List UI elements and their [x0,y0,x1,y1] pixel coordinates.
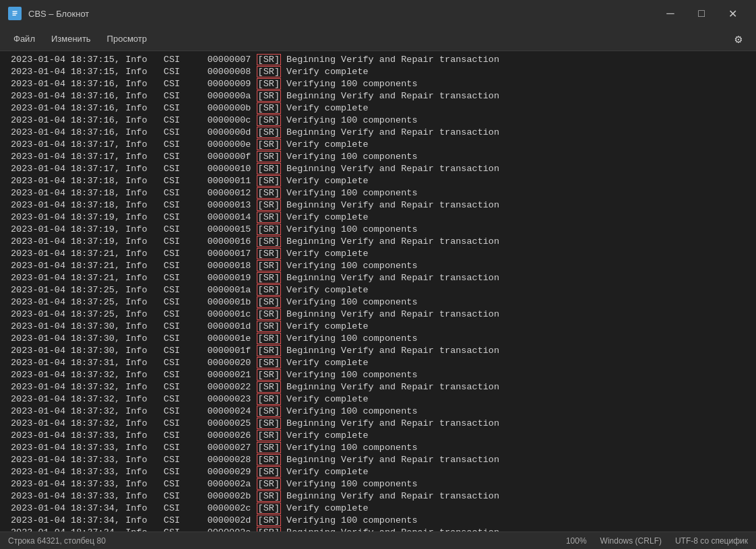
log-type: CSI [164,273,208,283]
content-area: 2023-01-04 18:37:15, Info CSI 00000007 [… [0,51,756,531]
log-type: CSI [164,79,208,89]
log-code: 00000023 [208,394,257,404]
log-timestamp: 2023-01-04 18:37:16, Info [11,103,164,113]
sr-tag: [SR] [257,357,281,368]
log-type: CSI [164,212,208,222]
zoom-level: 100% [566,536,587,546]
sr-tag: [SR] [257,272,281,284]
encoding: UTF-8 со специфик [675,536,748,546]
log-timestamp: 2023-01-04 18:37:18, Info [11,200,164,210]
log-line: 2023-01-04 18:37:16, Info CSI 0000000d [… [0,127,756,139]
log-code: 00000015 [208,224,257,234]
minimize-button[interactable]: ─ [655,0,686,27]
log-message: Verifying 100 components [281,261,418,271]
sr-tag: [SR] [257,503,281,514]
log-type: CSI [164,491,208,501]
sr-tag: [SR] [257,478,281,490]
log-type: CSI [164,115,208,125]
log-line: 2023-01-04 18:37:30, Info CSI 0000001e [… [0,333,756,345]
log-message: Beginning Verify and Repair transaction [281,55,499,65]
sr-tag: [SR] [257,66,281,77]
log-line: 2023-01-04 18:37:21, Info CSI 00000018 [… [0,260,756,272]
log-timestamp: 2023-01-04 18:37:33, Info [11,430,164,441]
log-code: 00000018 [208,261,257,271]
log-type: CSI [164,200,208,210]
log-line: 2023-01-04 18:37:16, Info CSI 0000000b [… [0,102,756,115]
log-message: Verifying 100 components [281,188,418,198]
log-code: 00000011 [208,176,257,186]
log-message: Verify complete [281,430,369,441]
log-line: 2023-01-04 18:37:15, Info CSI 00000007 [… [0,54,756,66]
log-type: CSI [164,503,208,513]
log-timestamp: 2023-01-04 18:37:21, Info [11,273,164,283]
log-line: 2023-01-04 18:37:33, Info CSI 00000026 [… [0,430,756,442]
close-button[interactable]: ✕ [717,0,748,27]
sr-tag: [SR] [257,224,281,235]
log-code: 00000021 [208,370,257,380]
log-type: CSI [164,418,208,428]
sr-tag: [SR] [257,369,281,381]
sr-tag: [SR] [257,78,281,90]
log-message: Verify complete [281,285,369,295]
sr-tag: [SR] [257,418,281,429]
menu-view[interactable]: Просмотр [99,30,155,48]
log-line: 2023-01-04 18:37:33, Info CSI 00000027 [… [0,442,756,454]
status-bar: Строка 64321, столбец 80 100% Windows (C… [0,531,756,549]
log-code: 00000027 [208,443,257,453]
log-line: 2023-01-04 18:37:33, Info CSI 00000029 [… [0,466,756,478]
sr-tag: [SR] [257,430,281,441]
log-timestamp: 2023-01-04 18:37:33, Info [11,479,164,489]
log-line: 2023-01-04 18:37:18, Info CSI 00000011 [… [0,175,756,187]
log-timestamp: 2023-01-04 18:37:19, Info [11,212,164,222]
log-line: 2023-01-04 18:37:21, Info CSI 00000017 [… [0,248,756,260]
log-timestamp: 2023-01-04 18:37:16, Info [11,79,164,89]
sr-tag: [SR] [257,515,281,526]
log-type: CSI [164,285,208,295]
log-line: 2023-01-04 18:37:32, Info CSI 00000025 [… [0,418,756,430]
log-line: 2023-01-04 18:37:16, Info CSI 0000000a [… [0,90,756,102]
menu-edit[interactable]: Изменить [43,30,99,48]
log-message: Beginning Verify and Repair transaction [281,127,499,137]
title-bar: CBS – Блокнот ─ □ ✕ [0,0,756,27]
log-timestamp: 2023-01-04 18:37:33, Info [11,455,164,465]
settings-button[interactable]: ⚙ [726,27,751,51]
log-message: Verify complete [281,358,369,368]
log-type: CSI [164,103,208,113]
log-message: Verifying 100 components [281,443,418,453]
maximize-button[interactable]: □ [686,0,717,27]
log-message: Verify complete [281,103,369,113]
log-line: 2023-01-04 18:37:30, Info CSI 0000001f [… [0,345,756,357]
log-message: Beginning Verify and Repair transaction [281,491,499,501]
log-type: CSI [164,236,208,247]
sr-tag: [SR] [257,406,281,417]
log-timestamp: 2023-01-04 18:37:25, Info [11,309,164,319]
svg-rect-2 [13,13,18,13]
sr-tag: [SR] [257,236,281,247]
log-timestamp: 2023-01-04 18:37:32, Info [11,370,164,380]
sr-tag: [SR] [257,102,281,114]
log-message: Verifying 100 components [281,479,418,489]
log-code: 0000001a [208,285,257,295]
log-type: CSI [164,346,208,356]
log-timestamp: 2023-01-04 18:37:33, Info [11,443,164,453]
log-code: 00000019 [208,273,257,283]
log-line: 2023-01-04 18:37:18, Info CSI 00000013 [… [0,199,756,212]
log-type: CSI [164,224,208,234]
log-timestamp: 2023-01-04 18:37:15, Info [11,55,164,65]
text-editor[interactable]: 2023-01-04 18:37:15, Info CSI 00000007 [… [0,51,756,531]
log-timestamp: 2023-01-04 18:37:32, Info [11,382,164,392]
log-type: CSI [164,249,208,259]
log-code: 0000000e [208,139,257,150]
log-message: Beginning Verify and Repair transaction [281,418,499,428]
log-code: 0000001b [208,297,257,307]
log-code: 0000001e [208,333,257,344]
log-code: 0000000f [208,152,257,162]
sr-tag: [SR] [257,333,281,344]
log-code: 0000002e [208,527,257,531]
menu-file[interactable]: Файл [5,30,43,48]
log-timestamp: 2023-01-04 18:37:33, Info [11,467,164,477]
log-code: 0000001d [208,321,257,331]
sr-tag: [SR] [257,90,281,102]
log-timestamp: 2023-01-04 18:37:15, Info [11,67,164,77]
log-type: CSI [164,55,208,65]
